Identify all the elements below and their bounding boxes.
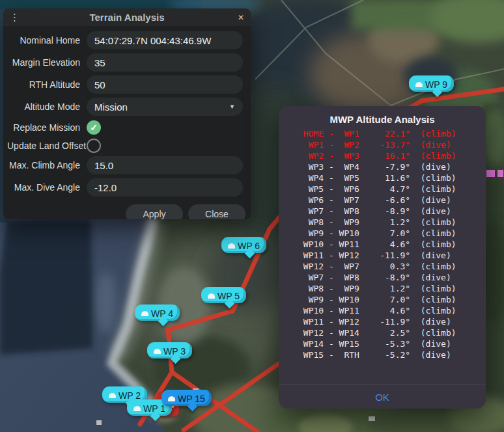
landing-icon — [415, 82, 423, 87]
altitude-row: WP10-WP114.6°(climb) — [298, 305, 486, 316]
measure-line-marks — [486, 170, 503, 177]
altitude-row: WP14-WP15-5.3°(dive) — [298, 338, 486, 349]
field-value-max-dive-angle: -12.0 — [94, 182, 117, 193]
terrain-field-label: Replace Mission — [7, 122, 87, 133]
altitude-row: WP5-WP64.7°(climb) — [298, 183, 486, 195]
mwp-app-window: ⋮ Terrain Analysis ✕ Nominal Home 54:07:… — [0, 0, 504, 432]
altitude-row: HOME-WP122.1°(climb) — [298, 128, 486, 139]
apply-button[interactable]: Apply — [126, 204, 183, 219]
waypoint-marker[interactable]: WP 6 — [221, 237, 266, 253]
altitude-row: WP1-WP2-13.7°(dive) — [298, 139, 486, 150]
field-max-dive-angle[interactable]: -12.0 — [87, 178, 243, 196]
altitude-row: WP8-WP91.2°(climb) — [298, 217, 486, 228]
altitude-row: WP11-WP12-11.9°(dive) — [298, 250, 486, 261]
radio-circle-update-land-offset[interactable] — [87, 139, 101, 153]
waypoint-label: WP 5 — [217, 291, 240, 301]
menu-dots-icon[interactable]: ⋮ — [10, 12, 19, 22]
waypoint-label: WP 1 — [143, 403, 165, 414]
waypoint-label: WP 3 — [163, 346, 186, 357]
field-value-max-climb-angle: 15.0 — [94, 160, 113, 171]
field-value-rth-altitude: 50 — [94, 79, 105, 90]
waypoint-label: WP 15 — [178, 394, 205, 404]
terrain-field-label: Update Land Offset — [7, 141, 87, 151]
terrain-dialog-title: Terrain Analysis — [19, 12, 235, 23]
terrain-analysis-dialog: ⋮ Terrain Analysis ✕ Nominal Home 54:07:… — [3, 8, 251, 219]
waypoint-marker[interactable]: WP 3 — [147, 342, 192, 358]
landing-icon — [154, 349, 161, 354]
field-margin-elevation[interactable]: 35 — [87, 53, 243, 72]
terrain-dialog-header[interactable]: ⋮ Terrain Analysis ✕ — [3, 8, 251, 26]
altitude-row: WP8-WP91.2°(climb) — [298, 283, 486, 294]
altitude-row: WP7-WP8-8.9°(dive) — [298, 272, 486, 283]
landing-icon — [208, 293, 215, 299]
altitude-row: WP10-WP114.6°(climb) — [298, 239, 486, 250]
waypoint-marker[interactable]: WP 15 — [161, 390, 212, 406]
landing-icon — [133, 406, 141, 411]
altitude-row: WP9-WP107.0°(climb) — [298, 294, 486, 305]
terrain-field-label: Max. Dive Angle — [7, 182, 87, 193]
waypoint-label: WP 9 — [425, 79, 447, 90]
field-rth-altitude[interactable]: 50 — [87, 75, 243, 94]
terrain-field-label: Nominal Home — [7, 35, 87, 46]
chevron-down-icon[interactable]: ▼ — [229, 103, 235, 110]
landing-icon — [141, 311, 148, 316]
field-value-margin-elevation: 35 — [94, 57, 105, 68]
altitude-row: WP12-WP70.3°(climb) — [298, 261, 486, 272]
altitude-row: WP11-WP12-11.9°(dive) — [298, 316, 486, 327]
landing-icon — [228, 243, 235, 249]
close-button[interactable]: Close — [188, 204, 245, 219]
waypoint-marker[interactable]: WP 5 — [201, 287, 246, 303]
waypoint-marker[interactable]: WP 9 — [409, 75, 454, 92]
terrain-dialog-body: Nominal Home 54:07:29.7N 004:43:46.9W Ma… — [3, 26, 251, 196]
check-icon-replace-mission[interactable]: ✓ — [87, 120, 101, 135]
altitude-analysis-dialog: MWP Altitude Analysis HOME-WP122.1°(clim… — [279, 106, 486, 409]
terrain-field-label: Margin Elevation — [7, 57, 87, 68]
altitude-row: WP6-WP7-6.6°(dive) — [298, 195, 486, 206]
waypoint-marker[interactable]: WP 4 — [135, 304, 180, 321]
dialog-shadow — [0, 220, 92, 355]
landing-icon — [168, 396, 175, 401]
field-max-climb-angle[interactable]: 15.0 — [87, 156, 243, 174]
waypoint-label: WP 6 — [238, 241, 260, 251]
altitude-row: WP12-WP142.5°(climb) — [298, 327, 486, 338]
waypoint-label: WP 4 — [151, 308, 173, 319]
altitude-rows: HOME-WP122.1°(climb) WP1-WP2-13.7°(dive)… — [279, 128, 486, 360]
field-value-nominal-home: 54:07:29.7N 004:43:46.9W — [94, 35, 211, 46]
field-nominal-home[interactable]: 54:07:29.7N 004:43:46.9W — [87, 31, 243, 49]
altitude-row: WP9-WP107.0°(climb) — [298, 228, 486, 239]
terrain-field-label: Altitude Mode — [7, 101, 87, 112]
altitude-row: WP7-WP8-8.9°(dive) — [298, 206, 486, 217]
ok-button[interactable]: OK — [279, 385, 486, 409]
field-altitude-mode[interactable]: Mission▼ — [87, 98, 243, 116]
terrain-field-label: Max. Climb Angle — [7, 160, 87, 170]
terrain-field-label: RTH Altitude — [7, 79, 87, 90]
altitude-row: WP2-WP316.1°(climb) — [298, 150, 486, 161]
landing-icon — [109, 393, 116, 398]
altitude-row: WP4-WP511.6°(climb) — [298, 172, 486, 183]
close-icon[interactable]: ✕ — [235, 13, 244, 22]
altitude-dialog-title: MWP Altitude Analysis — [279, 106, 486, 128]
altitude-row: WP3-WP4-7.9°(dive) — [298, 161, 486, 172]
terrain-dialog-buttons: Apply Close — [3, 204, 245, 219]
field-value-altitude-mode: Mission — [94, 101, 128, 113]
altitude-row: WP15-RTH-5.2°(dive) — [298, 349, 486, 360]
